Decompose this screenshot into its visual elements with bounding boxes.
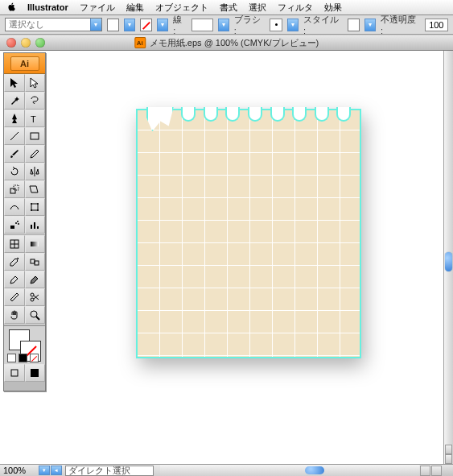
tool-blend[interactable]	[25, 253, 46, 271]
tool-graph[interactable]	[25, 216, 46, 234]
zoom-dropdown[interactable]: ▾	[39, 466, 50, 475]
tool-scissors[interactable]	[25, 288, 46, 306]
control-bar: 選択なし ▾ ▾ ▾ 線 : ▾ ブラシ : ▾ スタイル : ▾ 不透明度 :…	[0, 15, 453, 35]
svg-rect-4	[14, 185, 19, 190]
svg-point-11	[15, 222, 17, 224]
tool-rectangle[interactable]	[25, 127, 46, 145]
chevron-down-icon: ▾	[90, 19, 101, 31]
svg-rect-5	[31, 204, 38, 210]
tool-type[interactable]: T	[25, 110, 46, 127]
none-mode-icon[interactable]	[30, 354, 39, 362]
tool-warp[interactable]	[4, 198, 25, 216]
svg-point-9	[37, 209, 39, 211]
minimize-button[interactable]	[21, 38, 31, 48]
tool-symbol-sprayer[interactable]	[4, 216, 25, 234]
tool-pencil[interactable]	[25, 145, 46, 163]
tool-eyedropper[interactable]	[4, 253, 25, 271]
canvas[interactable]	[49, 51, 443, 464]
style-dropdown[interactable]: ▾	[364, 19, 376, 31]
apple-icon[interactable]	[6, 2, 16, 14]
tool-lasso[interactable]	[25, 92, 46, 110]
scroll-down-button[interactable]	[445, 454, 452, 464]
tool-paintbrush[interactable]	[4, 145, 25, 163]
tool-reflect[interactable]	[25, 163, 46, 180]
svg-line-25	[34, 296, 39, 300]
zoom-readout[interactable]: 100%	[0, 466, 39, 475]
tool-selection[interactable]	[4, 74, 25, 92]
svg-text:T: T	[31, 114, 36, 124]
menu-filter[interactable]: フィルタ	[278, 2, 313, 14]
selection-readout[interactable]: 選択なし ▾	[5, 18, 102, 31]
fill-dropdown[interactable]: ▾	[124, 19, 135, 31]
tools-panel: Ai T	[3, 52, 46, 391]
app-name[interactable]: Illustrator	[27, 2, 68, 12]
svg-point-13	[18, 223, 19, 225]
svg-point-24	[31, 293, 34, 296]
menu-file[interactable]: ファイル	[80, 2, 115, 14]
tools-panel-header[interactable]: Ai	[4, 53, 45, 74]
style-swatch[interactable]	[348, 19, 360, 31]
scroll-up-button[interactable]	[445, 445, 452, 454]
gradient-mode-icon[interactable]	[19, 354, 27, 362]
ai-file-icon: Ai	[134, 37, 146, 48]
zoom-button[interactable]	[35, 38, 45, 48]
tool-direct-selection[interactable]	[25, 74, 46, 92]
tool-magic-wand[interactable]	[4, 92, 25, 110]
scroll-left-button[interactable]	[420, 466, 430, 476]
artwork-notepad[interactable]	[136, 109, 361, 358]
brush-swatch[interactable]	[270, 19, 283, 31]
tool-live-paint[interactable]	[4, 271, 25, 288]
tool-mesh[interactable]	[4, 235, 25, 253]
artboard-nav-dropdown[interactable]: ◂	[51, 466, 62, 475]
menu-select[interactable]: 選択	[249, 2, 266, 14]
svg-line-26	[34, 295, 39, 299]
tool-live-paint-select[interactable]	[25, 271, 46, 288]
tool-zoom[interactable]	[25, 306, 46, 324]
scroll-right-button[interactable]	[431, 466, 442, 476]
svg-rect-3	[10, 188, 15, 193]
screen-mode-normal[interactable]	[4, 364, 25, 382]
h-scrollbar-thumb[interactable]	[305, 466, 324, 474]
svg-point-23	[31, 298, 34, 301]
tool-scale[interactable]	[4, 180, 25, 198]
screen-mode-full[interactable]	[25, 364, 46, 382]
opacity-label: 不透明度 :	[381, 14, 420, 35]
tool-shear[interactable]	[25, 180, 46, 198]
workspace: Ai T	[0, 51, 453, 464]
brush-dropdown[interactable]: ▾	[287, 19, 299, 31]
tool-hand[interactable]	[4, 306, 25, 324]
svg-rect-22	[35, 261, 39, 265]
vertical-scrollbar[interactable]	[443, 51, 453, 464]
tools-panel-grip[interactable]	[4, 382, 45, 391]
status-tool-readout[interactable]: ダイレクト選択	[65, 466, 154, 476]
svg-rect-10	[10, 226, 14, 229]
tool-rotate[interactable]	[4, 163, 25, 180]
resize-grip[interactable]	[442, 465, 453, 476]
svg-rect-29	[11, 370, 18, 376]
document-title-text: メモ用紙.eps @ 100% (CMYK/プレビュー)	[150, 37, 319, 49]
close-button[interactable]	[6, 38, 16, 48]
stroke-dropdown[interactable]: ▾	[157, 19, 168, 31]
stroke-swatch-none[interactable]	[140, 19, 153, 31]
stroke-weight-dropdown[interactable]: ▾	[218, 19, 229, 31]
tool-line[interactable]	[4, 127, 25, 145]
menu-edit[interactable]: 編集	[126, 2, 144, 14]
fill-stroke-swatches[interactable]	[4, 325, 45, 364]
menu-object[interactable]: オブジェクト	[155, 2, 208, 14]
stroke-weight-field[interactable]	[191, 19, 213, 31]
tool-slice[interactable]	[4, 288, 25, 306]
scrollbar-thumb[interactable]	[445, 252, 452, 271]
menu-type[interactable]: 書式	[220, 2, 237, 14]
paper-shape	[136, 109, 361, 358]
tool-free-transform[interactable]	[25, 198, 46, 216]
svg-rect-16	[37, 226, 39, 229]
tool-pen[interactable]	[4, 110, 25, 127]
ai-logo-icon: Ai	[10, 56, 39, 71]
status-bar: 100% ▾ ◂ ダイレクト選択	[0, 464, 453, 476]
tool-gradient[interactable]	[25, 235, 46, 253]
horizontal-scrollbar[interactable]	[160, 465, 419, 476]
fill-swatch[interactable]	[107, 19, 120, 31]
color-mode-icon[interactable]	[7, 354, 16, 362]
opacity-field[interactable]: 100	[425, 19, 448, 31]
menu-effect[interactable]: 効果	[324, 2, 342, 14]
